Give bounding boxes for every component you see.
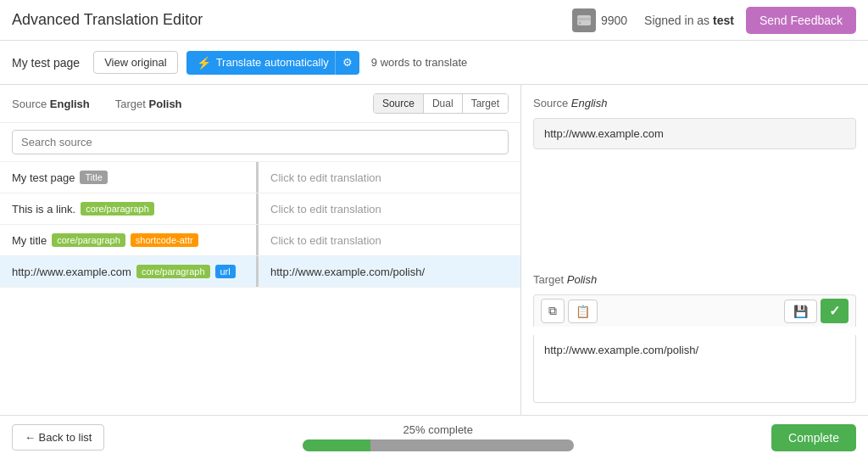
table-row[interactable]: This is a link.core/paragraphClick to ed…	[0, 193, 520, 225]
rp-source-value: http://www.example.com	[533, 118, 856, 149]
history-tool-button[interactable]: 📋	[568, 299, 598, 323]
back-to-list-button[interactable]: ← Back to list	[12, 424, 104, 451]
target-cell[interactable]: Click to edit translation	[259, 225, 520, 255]
search-area	[0, 123, 520, 162]
target-cell[interactable]: Click to edit translation	[259, 193, 520, 224]
send-feedback-button[interactable]: Send Feedback	[746, 7, 856, 34]
tag-label: core/paragraph	[81, 202, 154, 216]
source-text: http://www.example.com	[12, 266, 131, 278]
source-cell: My test pageTitle	[0, 162, 259, 193]
rp-spacer	[533, 158, 856, 265]
svg-point-2	[578, 21, 581, 24]
source-text: This is a link.	[12, 203, 75, 216]
bolt-icon: ⚡	[197, 56, 211, 70]
source-cell: This is a link.core/paragraph	[0, 193, 259, 224]
complete-button[interactable]: Complete	[771, 424, 856, 451]
page-toolbar: My test page View original ⚡ Translate a…	[0, 41, 868, 85]
view-switcher: Source Dual Target	[373, 93, 509, 114]
translation-text: http://www.example.com/polish/	[270, 266, 425, 278]
tag-label: shortcode-attr	[131, 233, 198, 247]
main-area: Source English Target Polish Source Dual…	[0, 85, 868, 415]
source-cell: http://www.example.comcore/paragraphurl	[0, 256, 259, 287]
save-icon: 💾	[793, 305, 808, 318]
target-lang-label: Target Polish	[115, 98, 182, 110]
progress-bar-fill	[303, 439, 370, 451]
view-target-button[interactable]: Target	[463, 94, 508, 113]
svg-rect-1	[577, 18, 591, 20]
credits-icon	[572, 8, 596, 32]
placeholder-text: Click to edit translation	[270, 171, 381, 184]
rp-edit-toolbar: ⧉ 📋 💾 ✓	[533, 294, 856, 327]
view-source-button[interactable]: Source	[374, 94, 424, 113]
credits-display: 9900	[572, 8, 627, 32]
right-panel: Source English http://www.example.com Ta…	[521, 85, 868, 415]
tag-label: core/paragraph	[136, 265, 210, 278]
target-cell[interactable]: http://www.example.com/polish/	[259, 256, 520, 287]
rp-target-label: Target Polish	[533, 273, 856, 286]
page-name-label: My test page	[12, 56, 80, 70]
confirm-button[interactable]: ✓	[821, 299, 849, 323]
gear-icon: ⚙	[342, 56, 353, 69]
placeholder-text: Click to edit translation	[270, 203, 381, 216]
source-lang-label: Source English	[12, 98, 90, 110]
source-text: My test page	[12, 171, 75, 184]
view-dual-button[interactable]: Dual	[424, 94, 463, 113]
history-icon: 📋	[576, 305, 590, 318]
app-title: Advanced Translation Editor	[12, 11, 572, 29]
translate-auto-button[interactable]: ⚡ Translate automatically	[186, 51, 339, 75]
progress-bar-background	[303, 439, 574, 451]
table-row[interactable]: My titlecore/paragraphshortcode-attrClic…	[0, 225, 520, 256]
source-cell: My titlecore/paragraphshortcode-attr	[0, 225, 259, 255]
translate-settings-button[interactable]: ⚙	[335, 51, 359, 75]
rp-source-label: Source English	[533, 97, 856, 109]
search-input[interactable]	[12, 130, 509, 154]
view-original-button[interactable]: View original	[93, 51, 177, 74]
panel-header: Source English Target Polish Source Dual…	[0, 85, 520, 123]
copy-icon: ⧉	[548, 304, 557, 317]
words-count-label: 9 words to translate	[371, 56, 467, 69]
signed-in-label: Signed in as test	[644, 14, 734, 27]
placeholder-text: Click to edit translation	[270, 234, 381, 247]
target-edit-area[interactable]: http://www.example.com/polish/	[533, 335, 856, 403]
translation-list: My test pageTitleClick to edit translati…	[0, 162, 520, 415]
tag-label: url	[215, 265, 236, 278]
target-cell[interactable]: Click to edit translation	[259, 162, 520, 193]
app-header: Advanced Translation Editor 9900 Signed …	[0, 0, 868, 41]
source-text: My title	[12, 234, 47, 247]
translate-auto-wrapper: ⚡ Translate automatically ⚙	[186, 51, 359, 75]
progress-area: 25% complete	[104, 423, 771, 451]
save-button[interactable]: 💾	[784, 299, 817, 323]
tag-label: core/paragraph	[52, 233, 125, 247]
progress-label: 25% complete	[403, 423, 473, 436]
copy-tool-button[interactable]: ⧉	[541, 299, 565, 323]
table-row[interactable]: My test pageTitleClick to edit translati…	[0, 162, 520, 193]
footer: ← Back to list 25% complete Complete	[0, 415, 868, 459]
tag-label: Title	[80, 171, 107, 184]
credits-count: 9900	[601, 14, 627, 27]
left-panel: Source English Target Polish Source Dual…	[0, 85, 521, 415]
table-row[interactable]: http://www.example.comcore/paragraphurlh…	[0, 256, 520, 288]
